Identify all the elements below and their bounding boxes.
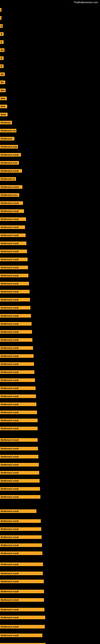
bar-label-text: Bott — [0, 96, 7, 100]
bar-label-text: Bottleneck result — [0, 487, 40, 491]
bar-item: Bottleneck result — [0, 479, 40, 482]
bar-label-text: Bottleneck result — [0, 495, 40, 499]
bar-item: Bo — [0, 80, 5, 84]
bar-item: E — [0, 40, 3, 44]
bar-item: Bottleneck result — [0, 455, 38, 458]
bar-item: Bottleneck result — [0, 527, 41, 531]
bar-item: Bottleneck result — [0, 519, 41, 523]
bar-label-text: Bottleneck result — [0, 378, 35, 382]
bar-label-text: Bottleneck result — [0, 580, 44, 583]
bar-item: Bottleneck result — [0, 169, 22, 173]
bar-item: B — [0, 56, 3, 60]
bar-label-text: Bottleneck result — [0, 544, 42, 547]
bar-label-text: Bottleneck re — [0, 177, 16, 181]
bar-label-text: Bottleneck result — [0, 463, 39, 466]
bar-item: Bottleneck result — [0, 495, 40, 499]
bar-label-text: Bottleneck result — [0, 298, 30, 302]
bar-label-text: Bottleneck result — [0, 362, 34, 366]
bar-label-text: Bottleneck result — [0, 209, 24, 213]
bar-label-text: Bottleneck result — [0, 418, 38, 422]
bar-item: Bottleneck result — [0, 201, 23, 205]
bar-item: Bottleneck result — [0, 362, 34, 366]
bar-label-text: | — [0, 16, 1, 20]
bar-item: Bottleneck result — [0, 394, 36, 398]
bar-item: Bottleneck result — [0, 509, 36, 513]
bar-item: | — [0, 16, 1, 20]
bar-item: Bottleneck res — [0, 129, 16, 132]
bar-label-text: Bottleneck result — [0, 608, 44, 612]
bar-item: Bottleneck resu — [0, 193, 19, 197]
bar-label-text: Bottleneck result — [0, 427, 38, 430]
bar-label-text: Bottl — [0, 113, 8, 116]
bar-label-text: Bottleneck result — [0, 625, 45, 628]
bar-item: Bo — [0, 48, 4, 52]
bar-item: Bottleneck result — [0, 418, 38, 422]
bar-label-text: Bottleneck result — [0, 306, 30, 310]
bar-label-text: Bottleneck result — [0, 394, 36, 398]
bar-label-text: Bottleneck result — [0, 250, 27, 253]
bar-label-text: Bottleneck result — [0, 410, 37, 414]
bar-label-text: E — [0, 40, 3, 44]
bar-label-text: Bottleneck result — [0, 643, 46, 644]
bar-label-text: Bottleneck result — [0, 330, 32, 334]
bar-item: Bottleneck result — [0, 346, 33, 350]
bar-label-text: Bottleneck result — [0, 535, 42, 539]
bar-label-text: Bottleneck resu — [0, 161, 19, 164]
bar-label-text: Bottleneck result — [0, 634, 42, 637]
bar-label-text: Bottleneck result — [0, 242, 26, 245]
bar-item: Bottleneck result — [0, 471, 39, 474]
bar-label-text: Bottleneck result — [0, 527, 41, 531]
bar-item: | — [0, 8, 1, 12]
bar-label-text: Bottleneck result — [0, 552, 42, 555]
bar-label-text: Bottleneck result — [0, 322, 32, 326]
bar-label-text: Bottleneck result — [0, 201, 23, 205]
bar-label-text: Bottleneck result — [0, 590, 44, 593]
bar-item: Bottleneck result — [0, 608, 44, 612]
bar-label-text: Bottleneck result — [0, 386, 36, 390]
bar-label-text: Bottleneck result — [0, 572, 43, 575]
bar-item: Bottleneck result — [0, 282, 29, 285]
bar-label-text: Bottleneck result — [0, 519, 41, 523]
bar-item: Bottleneck result — [0, 185, 22, 189]
bar-item: Bottleneck result — [0, 487, 40, 491]
bar-item: Bottleneck result — [0, 410, 37, 414]
bar-label-text: Bottleneck result — [0, 438, 38, 442]
bar-item: Bottleneck result — [0, 616, 45, 619]
bar-label-text: Bottleneck result — [0, 479, 40, 482]
bar-label-text: Bott — [0, 105, 7, 108]
bar-item: B — [0, 64, 3, 68]
bar-label-text: Bottleneck result — [0, 616, 45, 619]
bar-label-text: Bottleneck result — [0, 338, 32, 342]
bar-item: Bottleneck result — [0, 625, 45, 628]
bar-item: Bott — [0, 105, 7, 108]
bar-label-text: Bottleneck resu — [0, 145, 18, 148]
bar-label-text: B — [0, 32, 3, 36]
bar-label-text: Bottleneck result — [0, 314, 31, 318]
bar-label-text: Bottleneck result — [0, 370, 34, 374]
bar-label-text: Bo — [0, 80, 5, 84]
bar-item: Bottleneck result — [0, 274, 28, 277]
bar-item: Bottleneck result — [0, 298, 30, 302]
bar-label-text: Bottleneck result — [0, 455, 38, 458]
bar-item: Bottleneck result — [0, 209, 24, 213]
bar-label-text: Bottleneck result — [0, 226, 25, 229]
bar-item: Bottleneck result — [0, 438, 38, 442]
bar-item: Bottleneck — [0, 137, 14, 140]
bar-item: Bottleneck result — [0, 572, 43, 575]
bar-item: Bottleneck result — [0, 590, 44, 593]
bar-item: Bottleneck result — [0, 330, 32, 334]
bar-item: Bottleneck result — [0, 427, 38, 430]
bar-label-text: Bottleneck result — [0, 274, 28, 277]
bar-label-text: Bot — [0, 88, 6, 92]
bar-label-text: Bottleneck result — [0, 185, 22, 189]
bar-item: Bot — [0, 88, 6, 92]
bar-label-text: Bottleneck result — [0, 169, 22, 173]
bar-label-text: Bottleneck result — [0, 402, 36, 406]
bar-label-text: Bottleneck result — [0, 346, 33, 350]
bar-item: Bottleneck result — [0, 258, 28, 261]
bar-item: Bottl — [0, 113, 8, 116]
bar-item: Bottleneck result — [0, 634, 42, 637]
bar-label-text: Bottleneck result — [0, 354, 34, 358]
bar-item: Bottleneck result — [0, 378, 35, 382]
bar-item: Bottleneck result — [0, 370, 34, 374]
